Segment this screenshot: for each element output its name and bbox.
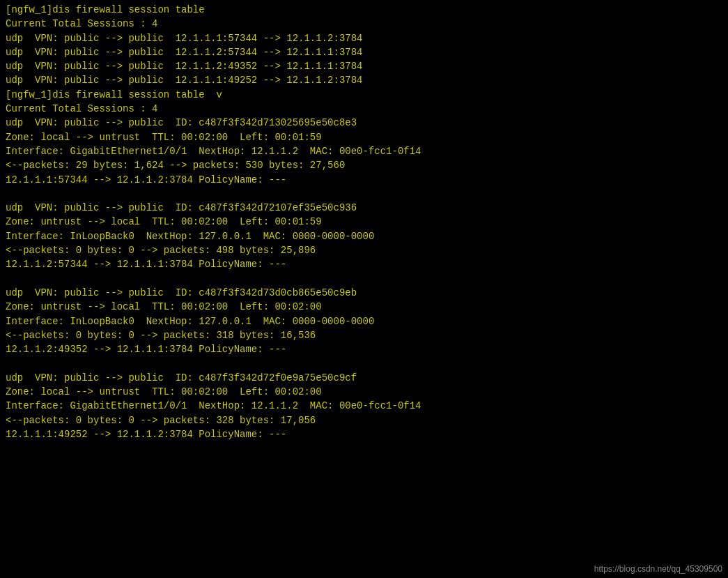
terminal-line: Interface: GigabitEthernet1/0/1 NextHop:… bbox=[6, 144, 722, 158]
terminal-line: udp VPN: public --> public ID: c487f3f34… bbox=[6, 286, 722, 300]
terminal-output: [ngfw_1]dis firewall session tableCurren… bbox=[6, 3, 722, 441]
terminal-line: <--packets: 29 bytes: 1,624 --> packets:… bbox=[6, 158, 722, 172]
blank-line bbox=[6, 187, 722, 201]
terminal-line: udp VPN: public --> public ID: c487f3f34… bbox=[6, 371, 722, 385]
terminal-line: udp VPN: public --> public ID: c487f3f34… bbox=[6, 116, 722, 130]
terminal-line: 12.1.1.1:57344 --> 12.1.1.2:3784 PolicyN… bbox=[6, 173, 722, 187]
terminal-line: udp VPN: public --> public 12.1.1.1:4925… bbox=[6, 73, 722, 87]
watermark: https://blog.csdn.net/qq_45309500 bbox=[594, 564, 722, 574]
terminal-line: udp VPN: public --> public 12.1.1.2:4935… bbox=[6, 59, 722, 73]
blank-line bbox=[6, 272, 722, 286]
terminal-line: udp VPN: public --> public 12.1.1.1:5734… bbox=[6, 31, 722, 45]
terminal-line: [ngfw_1]dis firewall session table bbox=[6, 3, 722, 17]
terminal-line: 12.1.1.1:49252 --> 12.1.1.2:3784 PolicyN… bbox=[6, 427, 722, 441]
terminal-line: Zone: local --> untrust TTL: 00:02:00 Le… bbox=[6, 130, 722, 144]
terminal-line: 12.1.1.2:49352 --> 12.1.1.1:3784 PolicyN… bbox=[6, 342, 722, 356]
terminal-line: Zone: untrust --> local TTL: 00:02:00 Le… bbox=[6, 300, 722, 314]
terminal-window: [ngfw_1]dis firewall session tableCurren… bbox=[0, 0, 728, 578]
terminal-line: <--packets: 0 bytes: 0 --> packets: 498 … bbox=[6, 243, 722, 257]
terminal-line: Zone: untrust --> local TTL: 00:02:00 Le… bbox=[6, 215, 722, 229]
terminal-line: Interface: InLoopBack0 NextHop: 127.0.0.… bbox=[6, 314, 722, 328]
terminal-line: Zone: local --> untrust TTL: 00:02:00 Le… bbox=[6, 385, 722, 399]
terminal-line: Interface: InLoopBack0 NextHop: 127.0.0.… bbox=[6, 229, 722, 243]
terminal-line: [ngfw_1]dis firewall session table v bbox=[6, 88, 722, 102]
terminal-line: udp VPN: public --> public ID: c487f3f34… bbox=[6, 201, 722, 215]
terminal-line: <--packets: 0 bytes: 0 --> packets: 318 … bbox=[6, 328, 722, 342]
terminal-line: Current Total Sessions : 4 bbox=[6, 17, 722, 31]
terminal-line: <--packets: 0 bytes: 0 --> packets: 328 … bbox=[6, 413, 722, 427]
terminal-line: udp VPN: public --> public 12.1.1.2:5734… bbox=[6, 45, 722, 59]
terminal-line: 12.1.1.2:57344 --> 12.1.1.1:3784 PolicyN… bbox=[6, 257, 722, 271]
blank-line bbox=[6, 356, 722, 370]
terminal-line: Current Total Sessions : 4 bbox=[6, 102, 722, 116]
terminal-line: Interface: GigabitEthernet1/0/1 NextHop:… bbox=[6, 399, 722, 413]
